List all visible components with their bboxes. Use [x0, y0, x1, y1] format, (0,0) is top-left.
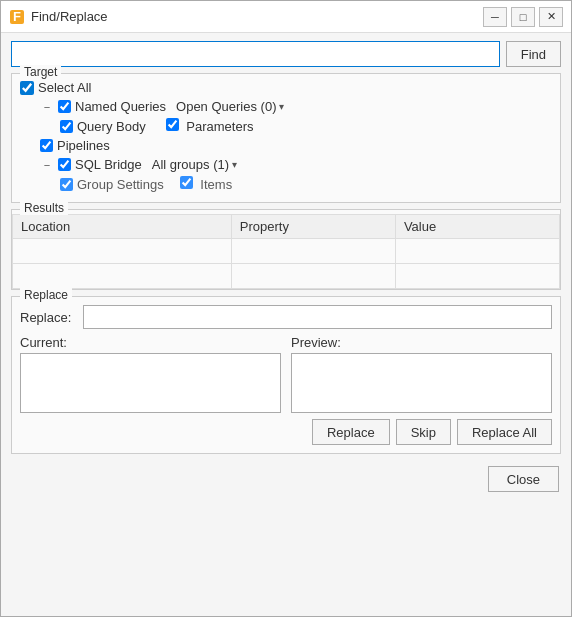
results-table: Location Property Value [12, 214, 560, 289]
current-preview-row: Current: Preview: [20, 335, 552, 413]
select-all-label: Select All [38, 80, 91, 95]
named-queries-row: − Named Queries Open Queries (0) ▾ [20, 99, 552, 114]
maximize-button[interactable]: □ [511, 7, 535, 27]
select-all-row: Select All [20, 80, 552, 95]
open-queries-trigger[interactable]: Open Queries (0) ▾ [176, 99, 284, 114]
named-queries-checkbox[interactable] [58, 100, 71, 113]
action-buttons: Replace Skip Replace All [20, 419, 552, 445]
window-controls: ─ □ ✕ [483, 7, 563, 27]
replace-section-label: Replace [20, 288, 72, 302]
replace-input[interactable] [83, 305, 552, 329]
all-groups-trigger[interactable]: All groups (1) ▾ [152, 157, 237, 172]
items-checkbox[interactable] [180, 176, 193, 189]
replace-button[interactable]: Replace [312, 419, 390, 445]
minimize-button[interactable]: ─ [483, 7, 507, 27]
empty-row-2 [13, 264, 560, 289]
parameters-label: Parameters [186, 119, 253, 134]
col-property: Property [231, 215, 395, 239]
expand-named-queries-icon[interactable]: − [40, 100, 54, 114]
results-label: Results [20, 201, 68, 215]
group-settings-checkbox[interactable] [60, 178, 73, 191]
sql-bridge-label: SQL Bridge [75, 157, 142, 172]
parameters-checkbox[interactable] [166, 118, 179, 131]
target-section: Target Select All − Named Queries [11, 73, 561, 203]
all-groups-arrow: ▾ [232, 159, 237, 170]
pipelines-row: Pipelines [20, 138, 552, 153]
open-queries-label: Open Queries (0) [176, 99, 276, 114]
search-row: Find [11, 41, 561, 67]
all-groups-label: All groups (1) [152, 157, 229, 172]
query-body-row: Query Body Parameters [20, 118, 552, 134]
close-bottom-button[interactable]: Close [488, 466, 559, 492]
replace-input-row: Replace: [20, 305, 552, 329]
replace-all-button[interactable]: Replace All [457, 419, 552, 445]
pipelines-label: Pipelines [57, 138, 110, 153]
replace-field-label: Replace: [20, 310, 75, 325]
items-label: Items [200, 177, 232, 192]
query-body-label: Query Body [77, 119, 146, 134]
footer-row: Close [11, 460, 561, 494]
open-queries-arrow: ▾ [279, 101, 284, 112]
svg-text:F: F [13, 9, 21, 24]
results-section: Results Location Property Value [11, 209, 561, 290]
parameters-wrapper: Parameters [166, 118, 254, 134]
sql-bridge-checkbox[interactable] [58, 158, 71, 171]
find-replace-window: F Find/Replace ─ □ ✕ Find Target Sel [0, 0, 572, 617]
query-body-checkbox[interactable] [60, 120, 73, 133]
target-label: Target [20, 65, 61, 79]
group-settings-label: Group Settings [77, 177, 164, 192]
expand-sql-bridge-icon[interactable]: − [40, 158, 54, 172]
replace-section: Replace Replace: Current: Preview: Repla… [11, 296, 561, 454]
preview-textarea[interactable] [291, 353, 552, 413]
empty-row-1 [13, 239, 560, 264]
pipelines-checkbox[interactable] [40, 139, 53, 152]
window-title: Find/Replace [31, 9, 483, 24]
app-icon: F [9, 9, 25, 25]
search-input[interactable] [11, 41, 500, 67]
preview-label: Preview: [291, 335, 552, 350]
col-location: Location [13, 215, 232, 239]
sql-bridge-row: − SQL Bridge All groups (1) ▾ [20, 157, 552, 172]
col-value: Value [395, 215, 559, 239]
main-content: Find Target Select All − Named Queries [1, 33, 571, 616]
results-body [13, 239, 560, 289]
all-groups-dropdown[interactable]: All groups (1) ▾ [152, 157, 237, 172]
items-wrapper: Items [180, 176, 232, 192]
open-queries-dropdown[interactable]: Open Queries (0) ▾ [176, 99, 284, 114]
find-button[interactable]: Find [506, 41, 561, 67]
titlebar: F Find/Replace ─ □ ✕ [1, 1, 571, 33]
group-settings-row: Group Settings Items [20, 176, 552, 192]
current-box: Current: [20, 335, 281, 413]
skip-button[interactable]: Skip [396, 419, 451, 445]
current-label: Current: [20, 335, 281, 350]
target-scroll-area[interactable]: Select All − Named Queries Open Queries … [20, 80, 552, 196]
named-queries-label: Named Queries [75, 99, 166, 114]
select-all-checkbox[interactable] [20, 81, 34, 95]
preview-box: Preview: [291, 335, 552, 413]
close-button[interactable]: ✕ [539, 7, 563, 27]
current-textarea[interactable] [20, 353, 281, 413]
target-inner: Select All − Named Queries Open Queries … [20, 80, 552, 192]
